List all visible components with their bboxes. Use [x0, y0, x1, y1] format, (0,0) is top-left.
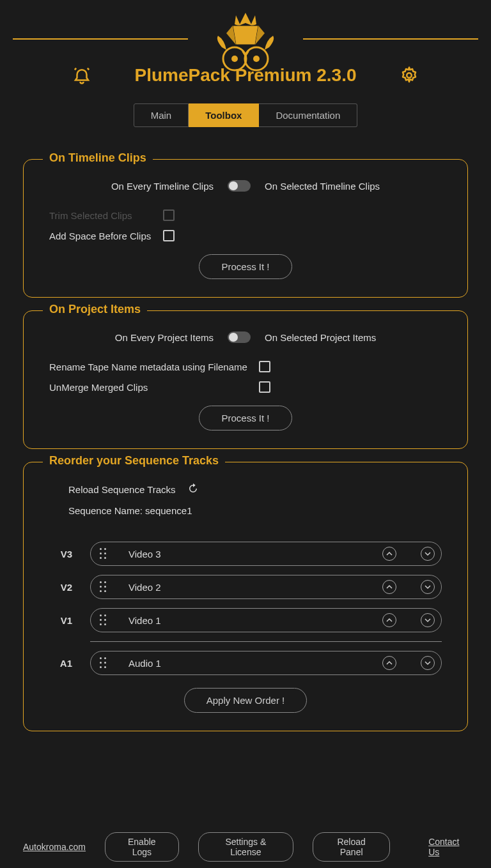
move-down-button[interactable] [421, 547, 435, 561]
drag-handle-icon[interactable] [100, 614, 107, 626]
timeline-panel: On Timeline Clips On Every Timeline Clip… [23, 159, 468, 298]
autokroma-link[interactable]: Autokroma.com [23, 842, 86, 852]
reload-panel-button[interactable]: Reload Panel [313, 832, 390, 862]
chevron-down-icon [425, 551, 431, 557]
track-name: Audio 1 [129, 658, 358, 669]
contact-link[interactable]: Contact Us [428, 837, 468, 857]
track-pill[interactable]: Video 3 [90, 542, 442, 566]
move-down-button[interactable] [421, 613, 435, 627]
timeline-scope-toggle[interactable] [228, 180, 251, 192]
move-down-button[interactable] [421, 656, 435, 670]
track-name: Video 2 [129, 582, 358, 593]
chevron-up-icon [386, 551, 393, 557]
reorder-panel: Reorder your Sequence Tracks Reload Sequ… [23, 462, 468, 731]
track-pill[interactable]: Audio 1 [90, 651, 442, 675]
drag-handle-icon[interactable] [100, 581, 107, 593]
chevron-down-icon [425, 660, 431, 666]
add-space-label: Add Space Before Clips [49, 231, 152, 241]
svg-point-4 [407, 73, 412, 78]
project-process-button[interactable]: Process It ! [199, 406, 292, 430]
header-rule-right [303, 38, 478, 40]
chevron-down-icon [425, 584, 431, 590]
timeline-toggle-right-label: On Selected Timeline Clips [265, 181, 380, 192]
move-up-button[interactable] [382, 547, 396, 561]
drag-handle-icon[interactable] [100, 657, 107, 669]
move-down-button[interactable] [421, 580, 435, 594]
gear-icon [400, 66, 419, 85]
svg-point-2 [231, 56, 238, 62]
unmerge-label: UnMerge Merged Clips [49, 382, 247, 393]
move-up-button[interactable] [382, 613, 396, 627]
svg-point-3 [253, 56, 260, 62]
app-title: PlumePack Premium 2.3.0 [134, 65, 356, 86]
reorder-panel-title: Reorder your Sequence Tracks [43, 454, 225, 468]
project-scope-toggle[interactable] [228, 331, 251, 343]
rename-tape-checkbox[interactable] [259, 361, 270, 372]
track-name: Video 3 [129, 549, 358, 560]
track-pill[interactable]: Video 2 [90, 575, 442, 599]
header-rule-left [13, 38, 188, 40]
footer: Autokroma.com Enable Logs Settings & Lic… [0, 826, 491, 868]
notifications-button[interactable] [70, 64, 93, 87]
tab-bar: Main Toolbox Documentation [0, 103, 491, 127]
reload-tracks-label: Reload Sequence Tracks [68, 484, 176, 495]
track-id: V3 [49, 549, 72, 560]
chevron-up-icon [386, 660, 393, 666]
project-panel: On Project Items On Every Project Items … [23, 310, 468, 449]
trim-selected-label: Trim Selected Clips [49, 210, 152, 221]
rename-tape-label: Rename Tape Name metadata using Filename [49, 362, 247, 372]
settings-button[interactable] [398, 64, 421, 87]
chevron-down-icon [425, 617, 431, 623]
tab-toolbox[interactable]: Toolbox [189, 103, 259, 127]
add-space-checkbox[interactable] [163, 230, 175, 241]
timeline-process-button[interactable]: Process It ! [199, 254, 292, 279]
track-id: V2 [49, 582, 72, 593]
reload-tracks-button[interactable] [187, 483, 199, 496]
project-toggle-left-label: On Every Project Items [115, 332, 214, 343]
apply-order-button[interactable]: Apply New Order ! [184, 688, 308, 713]
project-panel-title: On Project Items [43, 303, 147, 316]
track-pill[interactable]: Video 1 [90, 608, 442, 632]
tab-documentation[interactable]: Documentation [259, 103, 357, 127]
drag-handle-icon[interactable] [100, 548, 107, 560]
chevron-up-icon [386, 617, 393, 623]
move-up-button[interactable] [382, 580, 396, 594]
track-row: V3 Video 3 [49, 542, 442, 566]
project-toggle-right-label: On Selected Project Items [265, 332, 376, 343]
unmerge-checkbox[interactable] [259, 381, 270, 393]
chevron-up-icon [386, 584, 393, 590]
move-up-button[interactable] [382, 656, 396, 670]
track-row: A1 Audio 1 [49, 651, 442, 675]
track-row: V2 Video 2 [49, 575, 442, 599]
tab-main[interactable]: Main [134, 103, 189, 127]
reload-icon [187, 483, 199, 494]
sequence-name-label: Sequence Name: sequence1 [68, 505, 442, 516]
timeline-panel-title: On Timeline Clips [43, 151, 153, 165]
timeline-toggle-left-label: On Every Timeline Clips [111, 181, 214, 192]
trim-selected-checkbox [163, 209, 175, 221]
track-id: V1 [49, 615, 72, 626]
track-id: A1 [49, 658, 72, 669]
track-name: Video 1 [129, 615, 358, 626]
track-row: V1 Video 1 [49, 608, 442, 632]
track-divider [90, 641, 442, 642]
enable-logs-button[interactable]: Enable Logs [105, 832, 179, 862]
bell-icon [72, 66, 91, 85]
settings-license-button[interactable]: Settings & License [198, 832, 294, 862]
